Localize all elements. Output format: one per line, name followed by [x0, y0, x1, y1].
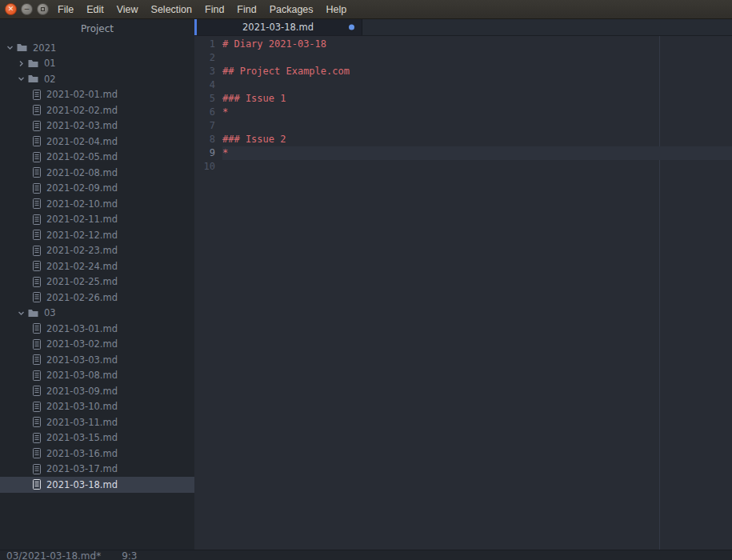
tree-item-2021-02-24-md[interactable]: 2021-02-24.md	[0, 258, 194, 274]
code-line-5[interactable]: 5### Issue 1	[194, 92, 732, 106]
chevron-down-icon	[18, 75, 25, 82]
menu-packages[interactable]: Packages	[263, 2, 320, 18]
line-number[interactable]: 6	[194, 106, 222, 119]
main-area: Project 202101022021-02-01.md2021-02-02.…	[0, 19, 732, 550]
twisty[interactable]	[18, 75, 28, 82]
line-number[interactable]: 3	[194, 65, 222, 78]
tree-item-2021-02-02-md[interactable]: 2021-02-02.md	[0, 102, 194, 118]
line-text[interactable]: ### Issue 1	[222, 92, 732, 106]
line-number[interactable]: 9	[194, 146, 222, 160]
text-editor[interactable]: 1# Diary 2021-03-1823## Project Example.…	[194, 36, 732, 550]
tree-item-2021-02-01-md[interactable]: 2021-02-01.md	[0, 87, 194, 103]
tab-2021-03-18[interactable]: 2021-03-18.md	[194, 19, 362, 35]
tree-item-2021-02-11-md[interactable]: 2021-02-11.md	[0, 212, 194, 228]
line-number[interactable]: 1	[194, 38, 222, 51]
editor-lines: 1# Diary 2021-03-1823## Project Example.…	[194, 36, 732, 174]
tree-item-label: 2021	[33, 42, 56, 54]
line-text[interactable]: # Diary 2021-03-18	[222, 38, 732, 51]
tree-item-2021-03-15-md[interactable]: 2021-03-15.md	[0, 430, 194, 446]
file-icon-wrap	[33, 339, 41, 350]
menubar: FileEditViewSelectionFindFindPackagesHel…	[51, 2, 353, 18]
line-number[interactable]: 5	[194, 92, 222, 106]
tree-item-2021-02-03-md[interactable]: 2021-02-03.md	[0, 118, 194, 134]
line-text[interactable]	[222, 78, 732, 92]
tree-item-01[interactable]: 01	[0, 56, 194, 72]
file-icon-wrap	[33, 198, 41, 209]
file-icon-wrap	[33, 433, 41, 443]
line-text[interactable]	[222, 119, 732, 133]
tree-item-label: 2021-03-02.md	[46, 338, 118, 350]
code-line-9[interactable]: 9*	[194, 146, 732, 160]
file-icon	[33, 386, 41, 396]
tree-item-2021-03-11-md[interactable]: 2021-03-11.md	[0, 414, 194, 430]
line-text[interactable]: *	[222, 106, 732, 119]
chevron-right-icon	[18, 60, 25, 67]
twisty[interactable]	[6, 44, 17, 51]
tree-item-2021-02-04-md[interactable]: 2021-02-04.md	[0, 134, 194, 150]
line-number[interactable]: 7	[194, 119, 222, 133]
menu-help[interactable]: Help	[320, 2, 354, 18]
tree-item-label: 2021-03-09.md	[46, 386, 118, 397]
line-number[interactable]: 4	[194, 78, 222, 92]
line-text[interactable]: ### Issue 2	[222, 133, 732, 146]
chevron-down-icon	[6, 44, 14, 51]
menu-find[interactable]: Find	[198, 2, 230, 18]
code-line-10[interactable]: 10	[194, 160, 732, 174]
tree-item-2021-03-02-md[interactable]: 2021-03-02.md	[0, 337, 194, 353]
status-file-path[interactable]: 03/2021-03-18.md*	[6, 550, 101, 560]
code-line-3[interactable]: 3## Project Example.com	[194, 65, 732, 78]
code-line-4[interactable]: 4	[194, 78, 732, 92]
tree-item-2021-02-25-md[interactable]: 2021-02-25.md	[0, 274, 194, 290]
tree-item-2021-03-16-md[interactable]: 2021-03-16.md	[0, 446, 194, 462]
tree-item-2021-02-08-md[interactable]: 2021-02-08.md	[0, 165, 194, 181]
twisty[interactable]	[18, 60, 28, 67]
tree-item-2021-02-23-md[interactable]: 2021-02-23.md	[0, 243, 194, 259]
tree-item-2021-03-17-md[interactable]: 2021-03-17.md	[0, 462, 194, 478]
tree-item-2021-02-12-md[interactable]: 2021-02-12.md	[0, 227, 194, 243]
tree-item-2021-02-26-md[interactable]: 2021-02-26.md	[0, 290, 194, 306]
tree-item-2021-03-18-md[interactable]: 2021-03-18.md	[0, 477, 194, 493]
minimize-button[interactable]: −	[21, 3, 33, 15]
tree-item-2021-02-05-md[interactable]: 2021-02-05.md	[0, 150, 194, 166]
line-text[interactable]: *	[222, 146, 732, 160]
code-line-2[interactable]: 2	[194, 51, 732, 65]
tree-item-2021-02-10-md[interactable]: 2021-02-10.md	[0, 196, 194, 212]
menu-selection[interactable]: Selection	[145, 2, 198, 18]
modified-indicator-icon[interactable]	[349, 25, 354, 30]
file-icon	[33, 464, 41, 474]
line-number[interactable]: 2	[194, 51, 222, 65]
close-button[interactable]: ✕	[5, 3, 17, 15]
line-text[interactable]	[222, 160, 732, 174]
menu-edit[interactable]: Edit	[80, 2, 110, 18]
tree-item-2021-03-09-md[interactable]: 2021-03-09.md	[0, 383, 194, 399]
code-line-8[interactable]: 8### Issue 2	[194, 133, 732, 146]
tree-item-label: 2021-02-11.md	[46, 214, 118, 225]
twisty[interactable]	[18, 310, 28, 317]
code-line-6[interactable]: 6*	[194, 106, 732, 119]
tree-item-label: 03	[44, 307, 56, 318]
folder-icon	[28, 59, 38, 68]
maximize-button[interactable]	[37, 3, 49, 15]
line-text[interactable]: ## Project Example.com	[222, 65, 732, 78]
menu-file[interactable]: File	[51, 2, 80, 18]
tree-item-2021-03-03-md[interactable]: 2021-03-03.md	[0, 352, 194, 368]
status-cursor-position[interactable]: 9:3	[122, 550, 137, 560]
file-icon-wrap	[33, 90, 41, 100]
tree-item-label: 02	[44, 74, 56, 85]
tree-item-label: 2021-03-16.md	[46, 448, 118, 459]
tree-item-2021-03-10-md[interactable]: 2021-03-10.md	[0, 399, 194, 415]
tree-item-02[interactable]: 02	[0, 71, 194, 87]
line-text[interactable]	[222, 51, 732, 65]
line-number[interactable]: 8	[194, 133, 222, 146]
menu-view[interactable]: View	[110, 2, 145, 18]
tree-item-2021[interactable]: 2021	[0, 40, 194, 56]
tree-item-2021-02-09-md[interactable]: 2021-02-09.md	[0, 181, 194, 197]
minimize-icon: −	[24, 6, 30, 13]
tree-item-2021-03-08-md[interactable]: 2021-03-08.md	[0, 368, 194, 384]
code-line-7[interactable]: 7	[194, 119, 732, 133]
tree-item-2021-03-01-md[interactable]: 2021-03-01.md	[0, 321, 194, 337]
menu-find-2[interactable]: Find	[230, 2, 262, 18]
line-number[interactable]: 10	[194, 160, 222, 174]
code-line-1[interactable]: 1# Diary 2021-03-18	[194, 38, 732, 51]
tree-item-03[interactable]: 03	[0, 306, 194, 322]
